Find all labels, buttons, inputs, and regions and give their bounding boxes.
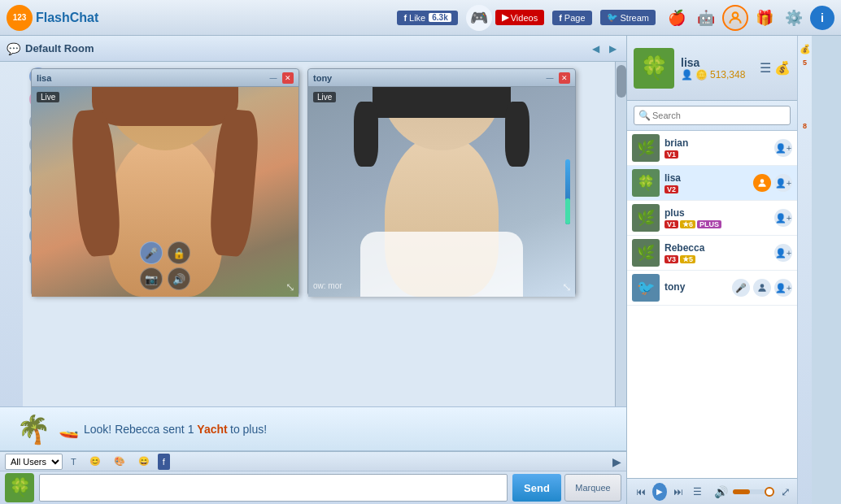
badge-v1: V1 bbox=[665, 150, 678, 159]
user-list: 🌿 brian V1 👤+ 🍀 bbox=[627, 131, 797, 478]
lisa-video-content: Live 🎤 🔒 📷 🔊 bbox=[32, 87, 298, 297]
info-icon-button[interactable]: i bbox=[810, 6, 834, 30]
messages-area[interactable]: t tony: 🌙 s sally: 🐺 b b bbox=[23, 62, 626, 406]
expand-player-button[interactable]: ⤢ bbox=[781, 485, 791, 498]
avatar: 🌿 bbox=[632, 134, 660, 162]
volume-knob[interactable] bbox=[765, 487, 774, 497]
list-item[interactable]: 🍀 lisa V2 bbox=[627, 166, 797, 201]
logo: 123 FlashChat bbox=[7, 5, 98, 31]
nav-prev[interactable]: ◀ bbox=[589, 41, 603, 56]
android-icon-button[interactable]: 🤖 bbox=[693, 5, 719, 31]
lisa-lock-button[interactable]: 🔒 bbox=[168, 241, 190, 264]
volume-slider[interactable] bbox=[733, 489, 771, 494]
user-add-button-3[interactable]: 👤+ bbox=[774, 209, 792, 227]
user-profile-button[interactable] bbox=[722, 5, 748, 31]
gold-icon: 🪙 bbox=[695, 69, 708, 80]
sticker-button[interactable]: 😄 bbox=[133, 453, 155, 471]
playlist-button[interactable]: ☰ bbox=[691, 483, 704, 501]
rp-coins: 👤 🪙 513,348 bbox=[681, 69, 760, 80]
current-user-avatar: 🍀 bbox=[5, 473, 34, 502]
list-item[interactable]: 🌿 plus V1 ★6 PLUS 👤+ bbox=[627, 201, 797, 236]
play-button[interactable]: ▶ bbox=[652, 483, 666, 501]
badge-v2: V2 bbox=[665, 185, 678, 193]
volume-fill bbox=[733, 489, 750, 494]
user-add-button-4[interactable]: 👤+ bbox=[774, 244, 792, 262]
rp-gold-coin-icon[interactable]: 💰 bbox=[774, 60, 791, 76]
fb-share-button[interactable]: f bbox=[158, 454, 170, 470]
badge-v1: V1 bbox=[665, 220, 678, 228]
facebook-like-button[interactable]: f Like 6.3k bbox=[397, 11, 457, 25]
tony-minimize-button[interactable]: — bbox=[544, 72, 556, 84]
strip-num-bottom: 8 bbox=[803, 122, 807, 130]
rp-menu-icon[interactable]: ☰ bbox=[760, 60, 771, 76]
lisa-video-title: lisa bbox=[37, 73, 268, 83]
font-button[interactable]: T bbox=[66, 453, 81, 471]
input-toolbar: All Users T 😊 🎨 😄 f bbox=[0, 452, 626, 471]
gift-boat-icon: 🚤 bbox=[59, 419, 79, 439]
gift-icon-button[interactable]: 🎁 bbox=[752, 5, 778, 31]
user-add-button-5[interactable]: 👤+ bbox=[774, 279, 792, 297]
apple-icon-button[interactable]: 🍎 bbox=[664, 5, 690, 31]
tony-live-badge: Live bbox=[313, 92, 336, 102]
user-add-button[interactable]: 👤+ bbox=[774, 139, 792, 157]
lisa-minimize-button[interactable]: — bbox=[268, 72, 279, 84]
videos-button[interactable]: ▶ Videos bbox=[495, 10, 544, 25]
nav-next[interactable]: ▶ bbox=[606, 41, 620, 56]
tony-close-button[interactable]: ✕ bbox=[559, 72, 570, 84]
lisa-mic-button[interactable]: 🎤 bbox=[140, 241, 163, 264]
rp-username: lisa bbox=[681, 56, 760, 69]
lisa-video-titlebar: lisa — ✕ bbox=[32, 69, 298, 87]
lisa-speaker-button[interactable]: 🔊 bbox=[168, 267, 190, 290]
room-name: Default Room bbox=[25, 42, 94, 54]
list-item[interactable]: 🐦 tony 🎤 👤+ bbox=[627, 271, 797, 306]
user-info: plus V1 ★6 PLUS bbox=[665, 207, 774, 228]
tony-video-window[interactable]: tony — ✕ bbox=[307, 68, 576, 296]
user-info: lisa V2 bbox=[665, 172, 753, 193]
avatar: 🌿 bbox=[632, 204, 660, 232]
emoji-button[interactable]: 😊 bbox=[85, 453, 106, 471]
badge-star5: ★5 bbox=[680, 255, 695, 263]
tony-video-content: Live ⤡ ow: mor bbox=[308, 87, 575, 297]
prev-button[interactable]: ⏮ bbox=[634, 483, 647, 501]
tony-resize-handle[interactable]: ⤡ bbox=[562, 280, 572, 293]
user-mic-button[interactable]: 🎤 bbox=[732, 279, 750, 297]
strip-coin-icon[interactable]: 💰 bbox=[799, 42, 812, 55]
stream-button[interactable]: 🐦 Stream bbox=[600, 10, 656, 25]
rp-user-avatar: 🍀 bbox=[634, 48, 674, 89]
badge-v3: V3 bbox=[665, 255, 678, 263]
lisa-live-badge: Live bbox=[37, 92, 59, 102]
marquee-button[interactable]: Marquee bbox=[564, 474, 621, 502]
volume-icon: 🔊 bbox=[714, 485, 728, 498]
game-icon-button[interactable]: 🎮 bbox=[466, 5, 492, 31]
list-item[interactable]: 🌿 Rebecca V3 ★5 👤+ bbox=[627, 236, 797, 271]
strip-num-top: 5 bbox=[803, 59, 807, 67]
scroll-thumb[interactable] bbox=[617, 65, 626, 98]
user-info: Rebecca V3 ★5 bbox=[665, 242, 774, 263]
next-button[interactable]: ⏭ bbox=[672, 483, 686, 501]
lisa-resize-handle[interactable]: ⤡ bbox=[285, 280, 295, 293]
expand-toolbar-button[interactable]: ▶ bbox=[612, 455, 621, 468]
user-add-button-2[interactable]: 👤+ bbox=[774, 174, 792, 192]
user-camera-button[interactable] bbox=[753, 174, 771, 192]
scroll-bar[interactable] bbox=[615, 62, 626, 406]
lisa-cam-controls: 🎤 🔒 📷 🔊 bbox=[140, 241, 190, 290]
input-area: All Users T 😊 🎨 😄 f bbox=[0, 451, 626, 504]
list-item[interactable]: 🌿 brian V1 👤+ bbox=[627, 131, 797, 166]
user-camera-button-2[interactable] bbox=[753, 279, 771, 297]
target-select[interactable]: All Users bbox=[5, 454, 63, 470]
lisa-video-window[interactable]: lisa — ✕ bbox=[31, 68, 299, 296]
message-input[interactable] bbox=[39, 474, 508, 502]
page-button[interactable]: f Page bbox=[552, 11, 591, 25]
gift-message: Look! Rebecca sent 1 Yacht to plus! bbox=[84, 423, 267, 436]
color-button[interactable]: 🎨 bbox=[109, 453, 130, 471]
lisa-close-button[interactable]: ✕ bbox=[282, 72, 294, 84]
lisa-cam-button[interactable]: 📷 bbox=[140, 267, 163, 290]
room-header: 💬 Default Room ◀ ▶ bbox=[0, 36, 626, 62]
rp-header: 🍀 lisa 👤 🪙 513,348 ☰ 💰 bbox=[627, 36, 797, 101]
rp-user-info: lisa 👤 🪙 513,348 bbox=[681, 56, 760, 80]
search-input[interactable] bbox=[634, 106, 791, 125]
send-button[interactable]: Send bbox=[512, 474, 561, 502]
svg-point-2 bbox=[760, 284, 765, 288]
settings-icon-button[interactable]: ⚙️ bbox=[781, 5, 807, 31]
svg-point-0 bbox=[733, 12, 739, 18]
